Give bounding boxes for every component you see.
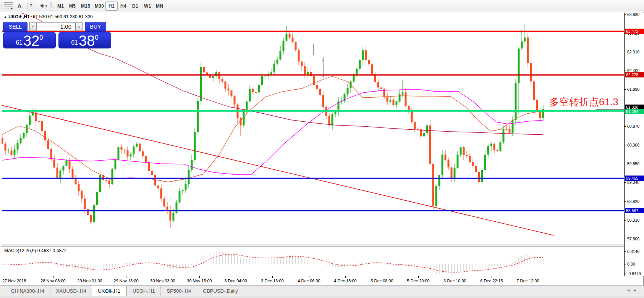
time-tick: [528, 276, 528, 278]
chart-collapse-icon[interactable]: ▲: [4, 15, 7, 19]
time-tick: [17, 276, 17, 278]
macd-indicator-chart[interactable]: [2, 246, 625, 276]
time-label: 6 Dec 10:00: [443, 279, 466, 283]
time-axis[interactable]: 27 Nov 201828 Nov 08:0029 Nov 01:0029 No…: [2, 276, 625, 286]
toolbar-grip[interactable]: [1, 2, 2, 10]
time-tick: [163, 276, 163, 278]
mt4-terminal: FAT❖▾ M1M5M15M30H1H4D1W1MN ▲UKOil-,H161.…: [0, 0, 644, 298]
chart-tab-china300-h4[interactable]: CHINA300-,H4: [5, 286, 50, 296]
volume-input[interactable]: [36, 22, 76, 31]
time-label: 3 Dec 16:00: [261, 279, 283, 283]
time-label: 6 Dec 22:15: [480, 279, 503, 283]
time-label: 30 Nov 03:00: [150, 279, 175, 283]
time-label: 29 Nov 13:00: [113, 279, 138, 283]
buy-price-pip: 0: [95, 34, 98, 42]
time-label: 30 Nov 15:00: [187, 279, 212, 283]
caret-up-icon: ▲: [78, 25, 81, 28]
timeframe-button-m5[interactable]: M5: [66, 2, 79, 11]
fibonacci-grid-icon[interactable]: F: [3, 1, 14, 10]
time-tick: [309, 276, 309, 278]
macd-indicator-label: MACD(12,26,9) 0.4637 0.4872: [4, 248, 66, 253]
shapes-dropdown-caret: ▾: [45, 4, 47, 8]
buy-price-button[interactable]: 61380: [58, 32, 111, 48]
ma-fast: [2, 76, 543, 182]
time-tick: [199, 276, 200, 278]
chart-tab-gbpusd-daily[interactable]: GBPUSD-,Daily: [197, 286, 244, 296]
time-tick: [455, 276, 455, 278]
timeframe-button-h1[interactable]: H1: [105, 2, 118, 11]
fibonacci-grid-glyph: F: [4, 2, 13, 9]
timeframe-button-m1[interactable]: M1: [54, 2, 67, 11]
chart-symbol: UKOil-,H1: [8, 14, 30, 19]
time-label: 5 Dec 08:00: [371, 279, 393, 283]
level-price-label: 58.567: [625, 208, 644, 213]
caret-down-icon: ▼: [31, 25, 34, 28]
one-click-trading-panel: SELL ▼ ▲ BUY 61320 61380: [3, 21, 112, 48]
chart-tab-usoil-h1[interactable]: USOil-,H1: [126, 286, 161, 296]
timeframe-button-m15[interactable]: M15: [78, 2, 93, 11]
timeframe-button-w1[interactable]: W1: [141, 2, 154, 11]
time-label: 3 Dec 04:00: [224, 279, 247, 283]
text-box-icon[interactable]: T: [26, 1, 36, 10]
time-tick: [382, 276, 382, 278]
time-label: 27 Nov 2018: [2, 279, 26, 283]
price-scale[interactable]: 63.93063.42062.91062.40061.89061.38060.8…: [624, 13, 644, 276]
volume-increase-button[interactable]: ▲: [76, 22, 83, 31]
time-tick: [53, 276, 53, 278]
time-label: 7 Dec 12:00: [516, 279, 539, 283]
shapes-icon[interactable]: ❖▾: [37, 1, 50, 10]
chart-title: ▲UKOil-,H161.530 61.560 61.280 61.320: [4, 14, 93, 19]
time-tick: [236, 276, 236, 278]
time-tick: [126, 276, 126, 278]
toolbar-grip[interactable]: [50, 2, 52, 10]
time-label: 4 Dec 06:00: [298, 279, 320, 283]
chart-tab-xauusd-h4[interactable]: XAUUSD-,H4: [50, 286, 92, 296]
toolbar: FAT❖▾ M1M5M15M30H1H4D1W1MN: [0, 0, 644, 12]
sell-button[interactable]: SELL: [3, 22, 28, 32]
chart-tab-ukoil-h1[interactable]: UKOil-,H1: [92, 286, 126, 296]
level-price-label: 63.472: [625, 29, 644, 34]
timeframe-button-m30[interactable]: M30: [92, 2, 107, 11]
time-tick: [492, 276, 492, 278]
buy-price-main: 38: [79, 34, 95, 47]
chart-ohlc-values: 61.530 61.560 61.280 61.320: [33, 14, 93, 19]
timeframe-button-d1[interactable]: D1: [129, 2, 141, 11]
time-tick: [90, 276, 90, 278]
level-price-label: 59.455: [625, 176, 644, 181]
tab-scroll-left-icon[interactable]: ◄: [626, 288, 633, 292]
descending-trendline: [2, 105, 554, 235]
chart-tab-bar: CHINA300-,H4XAUUSD-,H4UKOil-,H1USOil-,H1…: [0, 285, 644, 296]
timeframe-button-mn[interactable]: MN: [153, 2, 166, 11]
chart-tab-sp500-h4[interactable]: SP500-,H4: [160, 286, 197, 296]
text-box-glyph: T: [28, 3, 34, 9]
level-price-label: 62.278: [625, 72, 644, 77]
sell-price-pip: 0: [39, 34, 43, 42]
text-label-icon[interactable]: A: [15, 1, 24, 10]
time-label: 5 Dec 20:00: [407, 279, 429, 283]
status-strip: [0, 296, 644, 298]
sell-price-whole: 61: [16, 39, 23, 46]
time-tick: [345, 276, 346, 278]
level-price-label: 61.294: [625, 109, 644, 114]
volume-decrease-button[interactable]: ▼: [29, 22, 36, 31]
time-tick: [272, 276, 273, 278]
time-label: 4 Dec 18:00: [334, 279, 356, 283]
time-tick: [418, 276, 419, 278]
sell-price-button[interactable]: 61320: [3, 32, 56, 48]
tab-scroll-right-icon[interactable]: ►: [633, 288, 640, 292]
buy-price-whole: 61: [71, 39, 78, 46]
pane-splitter[interactable]: [1, 245, 624, 247]
time-label: 28 Nov 08:00: [40, 279, 65, 283]
chart-text-annotation: 多空转折点61.3: [549, 95, 618, 109]
sell-price-main: 32: [23, 34, 39, 47]
macd-signal-line: [2, 254, 543, 272]
buy-button[interactable]: BUY: [85, 22, 106, 32]
timeframe-button-h4[interactable]: H4: [117, 2, 129, 11]
time-label: 29 Nov 01:00: [77, 279, 102, 283]
